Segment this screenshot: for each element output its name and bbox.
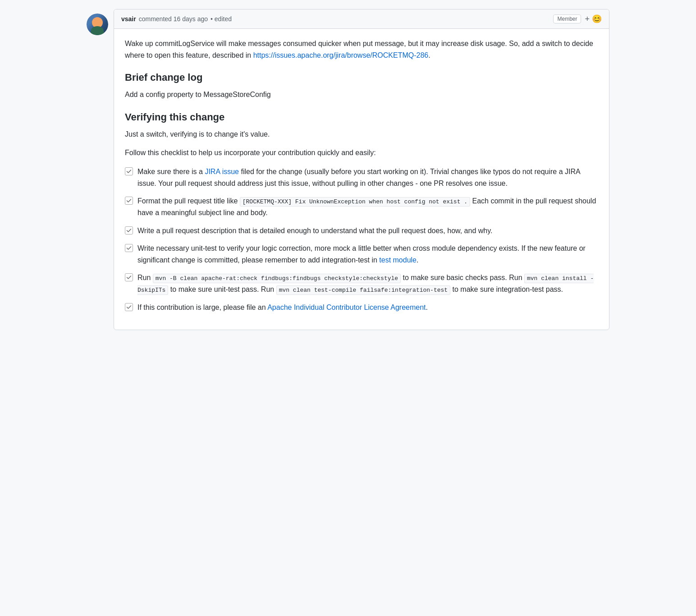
checklist-item-6-text: If this contribution is large, please fi… [137, 302, 598, 313]
verifying-change-heading: Verifying this change [125, 111, 598, 123]
checklist: Make sure there is a JIRA issue filed fo… [125, 166, 598, 313]
brief-change-log-heading: Brief change log [125, 72, 598, 83]
verifying-para1: Just a switch, verifying is to change it… [125, 129, 598, 140]
brief-change-log-body: Add a config property to MessageStoreCon… [125, 89, 598, 101]
checklist-item-3-text: Write a pull request description that is… [137, 225, 598, 237]
comment-header-left: vsair commented 16 days ago • edited [121, 15, 232, 23]
checklist-item-2-text: Format the pull request title like [ROCK… [137, 195, 598, 218]
checklist-item-1: Make sure there is a JIRA issue filed fo… [125, 166, 598, 189]
checkbox-5 [125, 273, 133, 281]
checkbox-1 [125, 167, 133, 175]
mvn-check-code: mvn -B clean apache-rat:check findbugs:f… [153, 274, 401, 283]
intro-paragraph: Wake up commitLogService will make messa… [125, 38, 598, 61]
comment-body: Wake up commitLogService will make messa… [114, 29, 609, 330]
comment-box: vsair commented 16 days ago • edited Mem… [114, 9, 609, 330]
checklist-item-3: Write a pull request description that is… [125, 225, 598, 237]
checkbox-3 [125, 226, 133, 234]
jira-link-main[interactable]: https://issues.apache.org/jira/browse/RO… [253, 51, 429, 59]
jira-issue-link[interactable]: JIRA issue [205, 168, 239, 175]
checklist-item-6: If this contribution is large, please fi… [125, 302, 598, 313]
test-module-link[interactable]: test module [379, 256, 417, 264]
comment-author: vsair [121, 15, 136, 23]
verifying-para2: Follow this checklist to help us incorpo… [125, 147, 598, 159]
checklist-item-4: Write necessary unit-test to verify your… [125, 243, 598, 266]
member-badge: Member [553, 14, 581, 23]
checklist-item-2: Format the pull request title like [ROCK… [125, 195, 598, 218]
pr-title-code: [ROCKETMQ-XXX] Fix UnknownException when… [240, 197, 470, 207]
comment-header-right: Member + 😊 [553, 14, 602, 24]
comment-edited: • edited [211, 15, 232, 23]
apache-cla-link[interactable]: Apache Individual Contributor License Ag… [267, 303, 426, 311]
checklist-item-1-text: Make sure there is a JIRA issue filed fo… [137, 166, 598, 189]
intro-period: . [428, 51, 430, 59]
avatar [87, 14, 108, 35]
checkbox-6 [125, 303, 133, 311]
comment-header: vsair commented 16 days ago • edited Mem… [114, 9, 609, 29]
comment-action: commented 16 days ago [139, 15, 208, 23]
mvn-compile-code: mvn clean test-compile failsafe:integrat… [276, 285, 450, 295]
add-emoji-button[interactable]: + 😊 [585, 14, 602, 24]
checkbox-2 [125, 197, 133, 205]
checklist-item-5: Run mvn -B clean apache-rat:check findbu… [125, 272, 598, 295]
checklist-item-4-text: Write necessary unit-test to verify your… [137, 243, 598, 266]
checkbox-4 [125, 244, 133, 252]
checklist-item-5-text: Run mvn -B clean apache-rat:check findbu… [137, 272, 598, 295]
